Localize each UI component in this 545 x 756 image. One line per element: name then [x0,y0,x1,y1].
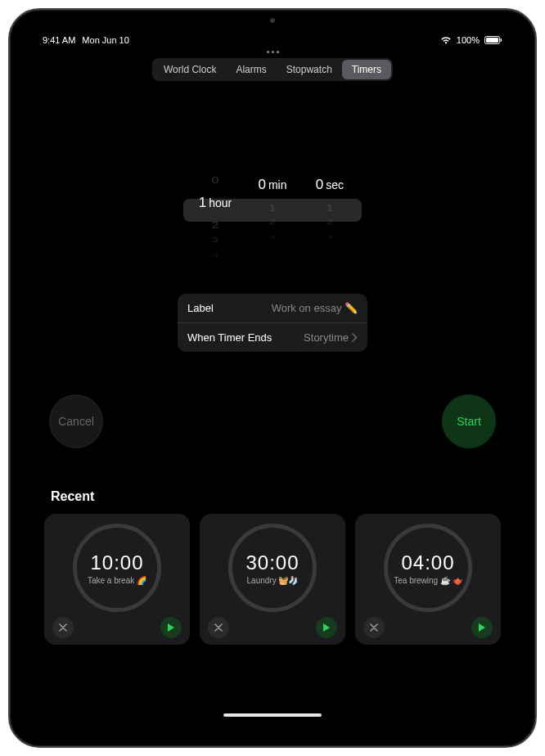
recent-card[interactable]: 30:00 Laundry 🧺🧦 [200,514,345,645]
picker-seconds-selected: 0 sec [316,173,344,196]
play-timer-button[interactable] [160,617,182,638]
close-icon [59,623,67,632]
battery-icon [484,36,502,44]
delete-timer-button[interactable] [52,617,74,638]
status-bar: 9:41 AM Mon Jun 10 100% [33,33,512,47]
timer-label: Take a break 🌈 [83,576,151,585]
battery-percent: 100% [457,35,480,45]
picker-seconds-below1: 1 [327,201,334,214]
delete-timer-button[interactable] [363,617,385,638]
picker-hours-below2: 3 [212,236,218,245]
tab-bar: World Clock Alarms Stopwatch Timers [33,58,512,81]
screen: 9:41 AM Mon Jun 10 100% World Clock Alar… [33,33,512,723]
picker-seconds-column[interactable]: 0 sec 1 2 3 [301,171,358,253]
cancel-button[interactable]: Cancel [49,394,103,448]
close-icon [214,623,223,632]
play-icon [322,623,331,632]
recent-card[interactable]: 10:00 Take a break 🌈 [44,514,190,645]
picker-minutes-below2: 2 [269,218,276,227]
chevron-right-icon [352,333,358,342]
timer-dial: 10:00 Take a break 🌈 [73,524,161,612]
tab-stopwatch[interactable]: Stopwatch [277,60,342,79]
picker-hours-below3: 4 [212,252,218,259]
recent-card[interactable]: 04:00 Tea brewing ☕️ 🫖 [355,514,501,645]
play-icon [478,623,486,632]
delete-timer-button[interactable] [208,617,229,638]
status-time: 9:41 AM [43,35,75,45]
home-indicator[interactable] [223,713,322,717]
start-button[interactable]: Start [442,394,496,448]
svg-rect-1 [486,38,498,43]
recent-timers: 10:00 Take a break 🌈 30:00 Laundry 🧺🧦 [33,514,512,645]
picker-seconds-below2: 2 [327,218,333,227]
multitask-indicator[interactable] [33,51,512,53]
timer-label: Tea brewing ☕️ 🫖 [389,576,466,585]
settings-label-title: Label [187,302,214,314]
picker-minutes-below3: 3 [269,234,276,241]
duration-picker[interactable]: 0 1 hour 2 3 4 0 min [33,171,512,253]
timer-dial: 04:00 Tea brewing ☕️ 🫖 [384,524,472,612]
picker-hours-selected: 1 hour [199,191,232,214]
picker-minutes-below1: 1 [269,201,277,214]
timer-dial: 30:00 Laundry 🧺🧦 [228,524,317,612]
tab-alarms[interactable]: Alarms [226,60,276,79]
timer-time: 10:00 [90,551,143,574]
picker-hours-column[interactable]: 0 1 hour 2 3 4 [187,171,244,253]
tab-world-clock[interactable]: World Clock [154,60,226,79]
settings-end-value: Storytime [304,331,349,344]
timer-time: 04:00 [401,551,454,574]
settings-label-value: Work on essay ✏️ [272,302,358,314]
close-icon [370,623,378,632]
play-timer-button[interactable] [471,617,493,638]
action-row: Cancel Start [33,394,512,448]
recent-header: Recent [33,489,512,504]
settings-row-label[interactable]: Label Work on essay ✏️ [178,294,367,322]
status-date: Mon Jun 10 [82,35,128,45]
settings-end-title: When Timer Ends [187,331,272,344]
ipad-frame: 9:41 AM Mon Jun 10 100% World Clock Alar… [8,8,537,748]
picker-seconds-below3: 3 [327,234,333,241]
timer-settings: Label Work on essay ✏️ When Timer Ends S… [178,294,367,352]
picker-minutes-column[interactable]: 0 min 1 2 3 [244,171,301,253]
timer-label: Laundry 🧺🧦 [242,576,304,585]
play-timer-button[interactable] [316,617,337,638]
tab-timers[interactable]: Timers [342,60,391,79]
picker-hours-below1: 2 [212,219,219,232]
play-icon [167,623,175,632]
settings-row-when-ends[interactable]: When Timer Ends Storytime [178,322,367,352]
picker-hours-above: 0 [212,173,219,186]
front-camera [270,18,275,23]
wifi-icon [440,36,452,44]
timer-time: 30:00 [245,551,299,574]
picker-minutes-selected: 0 min [258,173,286,196]
svg-rect-2 [501,38,502,42]
